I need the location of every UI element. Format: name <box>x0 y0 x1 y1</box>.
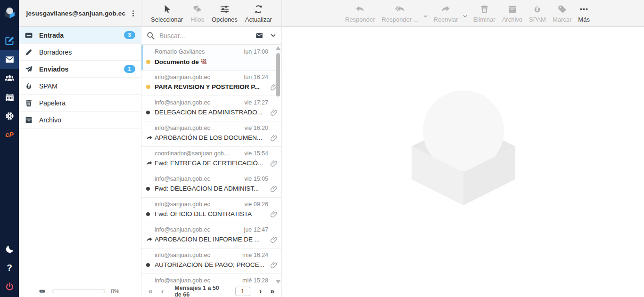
folder-item-entrada[interactable]: Entrada 3 <box>19 27 141 44</box>
folder-item-enviados[interactable]: Enviados 1 <box>19 61 141 78</box>
toolbar-button-actualizar[interactable]: Actualizar <box>242 2 275 23</box>
sidebar-item-settings[interactable] <box>0 106 19 125</box>
toolbar-button-responder[interactable]: Responder ... <box>379 2 421 23</box>
calendar-icon <box>5 92 15 102</box>
toolbar-button-más[interactable]: Más <box>575 2 593 23</box>
list-scrollbar[interactable] <box>275 45 281 285</box>
folder-item-borradores[interactable]: Borradores <box>19 44 141 61</box>
trash-icon <box>25 99 33 107</box>
sidebar-item-cpanel[interactable]: cP <box>0 125 19 144</box>
toolbar-button-reenviar[interactable]: Reenviar <box>431 2 461 23</box>
toolbar-button-eliminar[interactable]: Eliminar <box>471 2 498 23</box>
quota-percent: 0% <box>111 288 119 295</box>
dark-mode-toggle[interactable] <box>0 240 19 258</box>
toolbar-label: Seleccionar <box>151 16 183 23</box>
message-sender: info@sanjuan.gob.ec <box>155 252 210 258</box>
toolbar-label: SPAM <box>529 16 546 23</box>
message-date: vie 15:54 <box>244 150 268 157</box>
message-list-column: Seleccionar Hilos Opciones Actualizar Ro… <box>141 0 282 297</box>
message-sender: info@sanjuan.gob.ec <box>155 74 210 80</box>
message-date: mié 16:24 <box>242 252 268 258</box>
compose-icon <box>4 35 15 46</box>
account-menu-button[interactable] <box>129 9 137 17</box>
read-dot-icon <box>146 212 155 216</box>
app-logo-icon[interactable] <box>0 2 19 23</box>
toolbar-button-archivo[interactable]: Archivo <box>499 2 525 23</box>
message-row[interactable]: info@sanjuan.gob.ec vie 17:27 DELEGACION… <box>141 96 281 121</box>
message-row[interactable]: info@sanjuan.gob.ec vie 09:26 Fwd: OFICI… <box>141 198 281 223</box>
message-row[interactable]: coordinador@sanjuan.gob.... vie 15:54 Fw… <box>141 147 281 172</box>
folder-item-archivo[interactable]: Archivo <box>19 112 141 128</box>
folder-item-papelera[interactable]: Papelera <box>19 95 141 112</box>
last-page-button[interactable]: » <box>267 286 278 297</box>
quota-progress <box>52 289 105 293</box>
first-page-button[interactable]: « <box>145 286 156 297</box>
message-subject: PARA REVISION Y POSTERIOR P... <box>155 83 268 90</box>
logout-button[interactable] <box>0 277 19 296</box>
chevron-down-icon[interactable] <box>270 32 277 39</box>
next-page-button[interactable]: › <box>256 286 265 297</box>
search-scope-icon[interactable] <box>254 32 264 40</box>
message-row[interactable]: info@sanjuan.gob.ec lun 16:24 PARA REVIS… <box>141 71 281 96</box>
message-sender: Romario Gavilanes <box>155 48 205 55</box>
message-toolbar: Responder Responder ... Reenviar Elimina… <box>282 0 644 27</box>
toolbar-label: Marcar <box>553 16 571 23</box>
webmail-app: cP ? jesusgavilanes@sanjuan.gob.ec Entra… <box>0 0 644 297</box>
message-row[interactable]: info@sanjuan.gob.ec vie 15:05 Fwd: DELEG… <box>141 172 281 198</box>
chevron-down-icon[interactable] <box>462 13 470 20</box>
message-row[interactable]: info@sanjuan.gob.ec mié 15:28 <box>141 274 281 285</box>
archive-icon <box>25 116 33 124</box>
message-row[interactable]: info@sanjuan.gob.ec vie 16:20 APROBACIÓN… <box>141 121 281 147</box>
message-date: vie 16:20 <box>244 125 268 131</box>
message-list: Romario Gavilanes lun 17:00 Documento de… <box>141 45 281 285</box>
toolbar-button-marcar[interactable]: Marcar <box>550 2 574 23</box>
message-subject: APROBACIÓN DE LOS DOCUMEN... <box>155 134 268 141</box>
message-date: lun 17:00 <box>244 48 268 55</box>
kebab-menu-icon <box>129 9 137 17</box>
help-button[interactable]: ? <box>0 258 19 277</box>
scroll-down-icon[interactable] <box>276 280 281 284</box>
fire-icon <box>532 4 542 14</box>
chevron-down-icon[interactable] <box>422 13 430 20</box>
scroll-up-icon[interactable] <box>276 46 281 50</box>
forwarded-status-icon <box>146 135 155 141</box>
read-dot-icon <box>146 111 155 114</box>
forward-icon <box>441 4 451 14</box>
chat-icon <box>192 4 202 14</box>
toolbar-label: Eliminar <box>473 16 495 23</box>
toolbar-button-hilos[interactable]: Hilos <box>188 2 207 23</box>
folder-item-spam[interactable]: SPAM <box>19 78 141 95</box>
prev-page-button[interactable]: ‹ <box>158 286 167 297</box>
pagination-bar: « ‹ Mensajes 1 a 50 de 66 › » <box>141 285 281 297</box>
page-number-input[interactable] <box>235 287 250 296</box>
gear-icon <box>5 111 15 121</box>
sidebar-item-mail[interactable] <box>0 50 19 69</box>
scrollbar-thumb[interactable] <box>276 53 280 96</box>
mail-icon <box>5 55 15 64</box>
app-sidebar: cP ? <box>0 0 19 297</box>
sidebar-item-contacts[interactable] <box>0 69 19 88</box>
sidebar-item-calendar[interactable] <box>0 88 19 106</box>
quota-bar: 0% <box>19 285 141 297</box>
contacts-icon <box>5 73 15 83</box>
compose-button[interactable] <box>0 31 19 50</box>
folder-badge: 3 <box>124 31 135 39</box>
toolbar-button-spam[interactable]: SPAM <box>526 2 549 23</box>
tag-icon <box>557 4 567 14</box>
forwarded-status-icon <box>146 160 155 167</box>
message-row[interactable]: Romario Gavilanes lun 17:00 Documento de <box>141 45 281 71</box>
folder-label: Papelera <box>39 99 66 107</box>
message-row[interactable]: info@sanjuan.gob.ec jue 12:47 APROBACION… <box>141 223 281 249</box>
toolbar-button-seleccionar[interactable]: Seleccionar <box>148 2 186 23</box>
message-subject: Documento de <box>155 58 268 65</box>
message-date: lun 16:24 <box>244 74 268 80</box>
search-input[interactable] <box>159 32 250 40</box>
read-dot-icon <box>146 263 155 267</box>
folder-label: Borradores <box>39 48 72 56</box>
reply-icon <box>355 4 365 14</box>
message-row[interactable]: info@sanjuan.gob.ec mié 16:24 AUTORIZACI… <box>141 249 281 274</box>
unread-dot-icon <box>146 85 155 89</box>
toolbar-button-opciones[interactable]: Opciones <box>209 2 240 23</box>
search-bar <box>141 27 281 45</box>
toolbar-button-responder[interactable]: Responder <box>342 2 378 23</box>
